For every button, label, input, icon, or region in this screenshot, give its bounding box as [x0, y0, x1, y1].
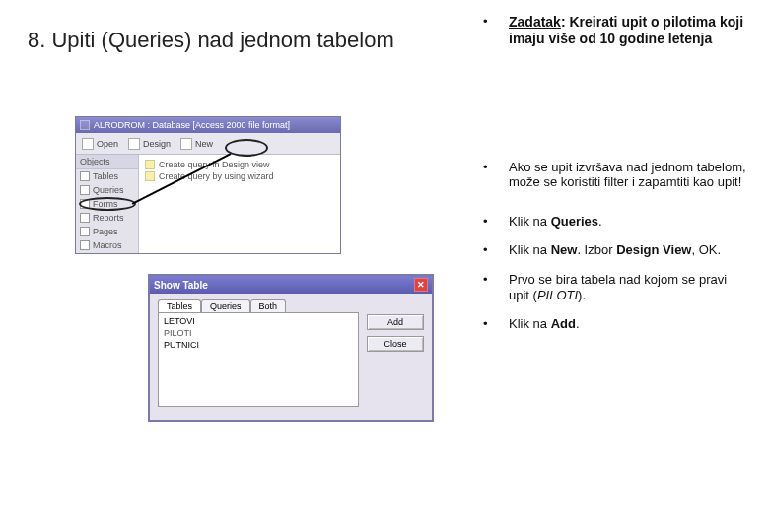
tab-both[interactable]: Both [250, 299, 287, 312]
close-button[interactable]: Close [367, 336, 424, 352]
bullet-6: • Klik na Add. [483, 316, 749, 332]
bullet-2: • Ako se upit izvršava nad jednom tabelo… [483, 160, 749, 190]
dialog-title-text: Show Table [154, 280, 208, 291]
circle-annotation-new [225, 139, 268, 157]
slide-title: 8. Upiti (Queries) nad jednom tabelom [28, 28, 394, 53]
db-icon [80, 120, 90, 130]
dialog-tabs: Tables Queries Both [150, 294, 432, 312]
task-label: Zadatak [509, 14, 561, 30]
pages-icon [80, 227, 90, 236]
list-item[interactable]: Create query in Design view [145, 159, 334, 170]
open-button[interactable]: Open [82, 138, 118, 150]
right-column: • Zadatak: Kreirati upit o pilotima koji… [483, 14, 749, 346]
database-window: ALRODROM : Database [Access 2000 file fo… [75, 116, 341, 254]
circle-annotation-queries [79, 197, 136, 211]
table-row[interactable]: PUTNICI [161, 339, 356, 351]
design-icon [128, 138, 140, 150]
tab-queries[interactable]: Queries [201, 299, 250, 312]
sidebar-item-pages[interactable]: Pages [76, 225, 138, 238]
table-row[interactable]: LETOVI [161, 315, 356, 327]
db-titlebar: ALRODROM : Database [Access 2000 file fo… [76, 117, 340, 133]
bullet-4: • Klik na New. Izbor Design View, OK. [483, 242, 749, 258]
db-title-text: ALRODROM : Database [Access 2000 file fo… [94, 120, 290, 130]
wizard-icon [145, 160, 155, 169]
bullet-3: • Klik na Queries. [483, 214, 749, 230]
reports-icon [80, 213, 90, 223]
sidebar-item-macros[interactable]: Macros [76, 238, 138, 252]
dialog-table-list[interactable]: LETOVI PILOTI PUTNICI [158, 312, 359, 407]
sidebar-item-tables[interactable]: Tables [76, 169, 138, 183]
table-row[interactable]: PILOTI [161, 327, 356, 339]
dialog-titlebar: Show Table ✕ [150, 276, 432, 294]
sidebar-item-queries[interactable]: Queries [76, 183, 138, 197]
tab-tables[interactable]: Tables [158, 299, 201, 312]
bullet-task: • Zadatak: Kreirati upit o pilotima koji… [483, 14, 749, 47]
sidebar-item-reports[interactable]: Reports [76, 211, 138, 225]
new-icon [180, 138, 192, 150]
macros-icon [80, 240, 90, 250]
db-list: Create query in Design view Create query… [139, 155, 340, 253]
wizard-icon [145, 171, 155, 181]
design-button[interactable]: Design [128, 138, 171, 150]
close-icon[interactable]: ✕ [414, 278, 428, 292]
db-toolbar: Open Design New [76, 133, 340, 155]
new-button[interactable]: New [180, 138, 213, 150]
tables-icon [80, 171, 90, 181]
open-icon [82, 138, 94, 150]
objects-header: Objects [76, 155, 138, 169]
bullet-5: • Prvo se bira tabela nad kojom se pravi… [483, 272, 749, 302]
show-table-dialog: Show Table ✕ Tables Queries Both LETOVI … [148, 274, 434, 422]
queries-icon [80, 185, 90, 195]
add-button[interactable]: Add [367, 314, 424, 330]
